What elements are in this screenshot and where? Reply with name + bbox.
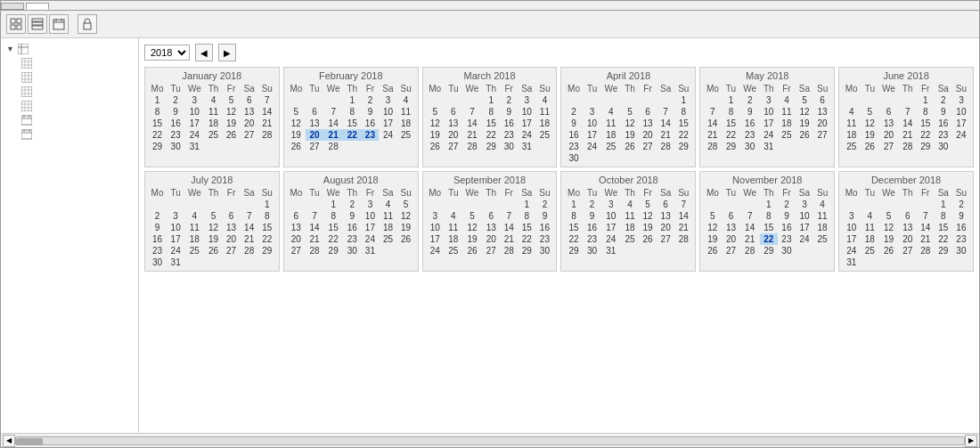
cal-day[interactable]: 25 [205, 129, 223, 141]
cal-day[interactable]: 27 [813, 129, 831, 141]
cal-day[interactable]: 17 [760, 118, 778, 129]
cal-day[interactable]: 21 [674, 222, 692, 233]
cal-day[interactable]: 3 [842, 210, 861, 222]
cal-day[interactable]: 15 [760, 222, 778, 233]
cal-day[interactable]: 2 [343, 199, 361, 210]
cal-day[interactable]: 10 [796, 210, 813, 222]
cal-day[interactable]: 10 [842, 222, 861, 233]
cal-day[interactable]: 18 [621, 222, 639, 233]
cal-day[interactable]: 7 [323, 106, 343, 118]
cal-day[interactable]: 23 [778, 233, 796, 245]
cal-day[interactable]: 6 [813, 94, 831, 106]
cal-day[interactable]: 24 [952, 129, 970, 141]
cal-day[interactable]: 2 [740, 94, 760, 106]
cal-day[interactable]: 6 [306, 106, 323, 118]
cal-day[interactable]: 14 [899, 118, 917, 129]
cal-day[interactable]: 22 [935, 233, 952, 245]
grid2-button[interactable] [28, 14, 47, 34]
cal-day[interactable]: 1 [917, 94, 935, 106]
cal-day[interactable]: 1 [258, 199, 276, 210]
cal-day[interactable]: 12 [861, 118, 878, 129]
cal-day[interactable]: 1 [323, 199, 343, 210]
cal-day[interactable]: 16 [935, 118, 952, 129]
cal-day[interactable]: 17 [167, 233, 184, 245]
cal-day[interactable]: 5 [703, 210, 722, 222]
cal-day[interactable]: 9 [935, 106, 952, 118]
cal-day[interactable]: 21 [306, 233, 323, 245]
cal-day[interactable]: 4 [535, 94, 553, 106]
cal-day[interactable]: 14 [306, 222, 323, 233]
cal-day[interactable]: 22 [343, 129, 361, 141]
cal-day[interactable]: 31 [760, 141, 778, 152]
cal-day[interactable]: 15 [482, 118, 500, 129]
cal-day[interactable]: 24 [361, 233, 379, 245]
cal-day[interactable]: 27 [899, 245, 917, 257]
cal-day[interactable]: 19 [703, 233, 722, 245]
cal-day[interactable]: 28 [674, 233, 692, 245]
cal-day[interactable]: 15 [564, 222, 583, 233]
cal-day[interactable]: 18 [397, 118, 415, 129]
cal-day[interactable]: 5 [878, 210, 898, 222]
cal-day[interactable]: 21 [740, 233, 760, 245]
cal-day[interactable]: 24 [796, 233, 813, 245]
cal-day[interactable]: 8 [482, 106, 500, 118]
cal-day[interactable]: 11 [842, 118, 861, 129]
calendar-button[interactable] [49, 14, 69, 34]
cal-day[interactable]: 25 [445, 245, 462, 257]
cal-day[interactable]: 16 [167, 118, 184, 129]
cal-day[interactable]: 17 [584, 129, 601, 141]
cal-day[interactable]: 9 [167, 106, 184, 118]
cal-day[interactable]: 11 [184, 222, 204, 233]
cal-day[interactable]: 30 [935, 141, 952, 152]
cal-day[interactable]: 24 [601, 233, 621, 245]
cal-day[interactable]: 28 [306, 245, 323, 257]
cal-day[interactable]: 30 [343, 245, 361, 257]
cal-day[interactable]: 17 [426, 233, 445, 245]
cal-day[interactable]: 23 [935, 129, 952, 141]
cal-day[interactable]: 23 [740, 129, 760, 141]
cal-day[interactable]: 5 [621, 106, 639, 118]
cal-day[interactable]: 20 [223, 233, 241, 245]
cal-day[interactable]: 18 [205, 118, 223, 129]
cal-day[interactable]: 11 [205, 106, 223, 118]
cal-day[interactable]: 22 [518, 233, 535, 245]
cal-day[interactable]: 29 [258, 245, 276, 257]
cal-day[interactable]: 5 [462, 210, 482, 222]
cal-day[interactable]: 31 [518, 141, 535, 152]
cal-day[interactable]: 21 [258, 118, 276, 129]
cal-day[interactable]: 6 [639, 106, 657, 118]
cal-day[interactable]: 18 [813, 222, 831, 233]
cal-day[interactable]: 10 [167, 222, 184, 233]
cal-day[interactable]: 18 [601, 129, 621, 141]
cal-day[interactable]: 24 [167, 245, 184, 257]
cal-day[interactable]: 28 [703, 141, 722, 152]
cal-day[interactable]: 25 [535, 129, 553, 141]
cal-day[interactable]: 22 [760, 233, 778, 245]
cal-day[interactable]: 24 [184, 129, 204, 141]
cal-day[interactable]: 3 [796, 199, 813, 210]
cal-day[interactable]: 18 [842, 129, 861, 141]
cal-day[interactable]: 9 [952, 210, 970, 222]
cal-day[interactable]: 12 [426, 118, 445, 129]
cal-day[interactable]: 29 [518, 245, 535, 257]
cal-day[interactable]: 12 [796, 106, 813, 118]
cal-day[interactable]: 3 [167, 210, 184, 222]
cal-day[interactable]: 19 [878, 233, 898, 245]
cal-day[interactable]: 19 [223, 118, 241, 129]
cal-day[interactable]: 6 [445, 106, 462, 118]
cal-day[interactable]: 29 [148, 141, 167, 152]
cal-day[interactable]: 26 [462, 245, 482, 257]
cal-day[interactable]: 12 [287, 118, 306, 129]
cal-day[interactable]: 19 [796, 118, 813, 129]
cal-day[interactable]: 21 [500, 233, 518, 245]
cal-day[interactable]: 1 [518, 199, 535, 210]
cal-day[interactable]: 3 [952, 94, 970, 106]
cal-day[interactable]: 14 [241, 222, 258, 233]
cal-day[interactable]: 25 [397, 129, 415, 141]
cal-day[interactable]: 2 [535, 199, 553, 210]
cal-day[interactable]: 12 [205, 222, 223, 233]
cal-day[interactable]: 23 [952, 233, 970, 245]
cal-day[interactable]: 26 [621, 141, 639, 152]
cal-day[interactable]: 19 [621, 129, 639, 141]
cal-day[interactable]: 5 [287, 106, 306, 118]
